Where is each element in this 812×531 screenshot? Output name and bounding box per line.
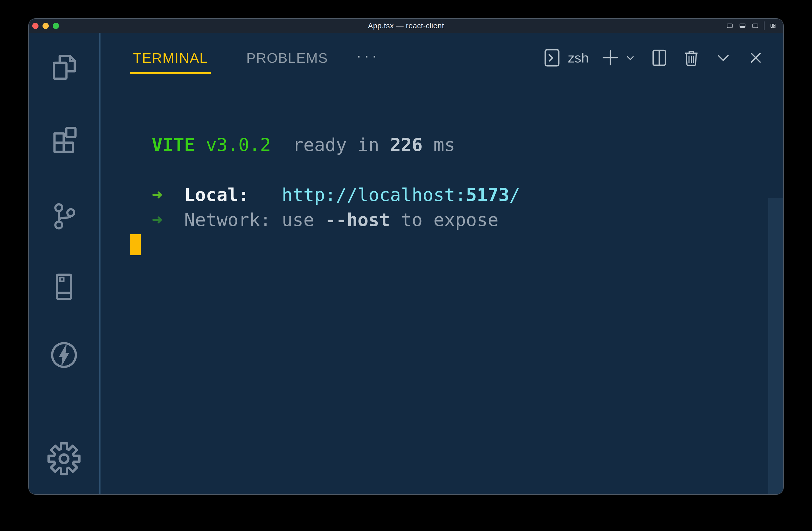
close-panel-button[interactable] — [745, 47, 766, 68]
activity-bar — [29, 33, 99, 494]
toggle-left-sidebar-icon[interactable] — [725, 22, 734, 29]
terminal-line — [130, 157, 783, 182]
split-terminal-button[interactable] — [649, 47, 670, 68]
terminal-icon — [541, 47, 563, 69]
sidebar-item-remote-explorer[interactable] — [49, 272, 79, 302]
kill-terminal-button[interactable] — [681, 48, 701, 68]
maximize-panel-chevron-icon — [713, 47, 734, 68]
window-body: TERMINAL PROBLEMS ··· zsh — [29, 33, 783, 494]
terminal-output[interactable]: VITE v3.0.2 ready in 226 ms ➜ Local: htt… — [101, 83, 783, 494]
tab-terminal-label: TERMINAL — [133, 50, 208, 66]
toggle-panel-icon[interactable] — [738, 22, 747, 29]
vscode-window: App.tsx — react-client — [29, 19, 783, 494]
sidebar-item-settings[interactable] — [46, 441, 82, 476]
more-actions-icon[interactable]: ··· — [356, 47, 379, 68]
sidebar-item-extensions[interactable] — [48, 123, 80, 155]
launch-profile-button[interactable] — [623, 51, 637, 65]
kill-terminal-icon — [681, 48, 701, 68]
split-terminal-icon — [649, 47, 670, 68]
maximize-panel-button[interactable] — [713, 47, 734, 68]
toggle-right-sidebar-icon[interactable] — [751, 22, 759, 29]
remote-explorer-icon — [49, 272, 79, 302]
titlebar-divider — [764, 21, 765, 30]
terminal-toolbar: zsh — [541, 47, 766, 69]
terminal-line: VITE v3.0.2 ready in 226 ms — [130, 132, 783, 157]
terminal-scrollbar[interactable] — [768, 198, 783, 494]
terminal-line — [130, 232, 783, 257]
launch-profile-chevron-icon — [623, 51, 637, 65]
source-control-icon — [49, 201, 79, 230]
sidebar-item-zap[interactable] — [48, 339, 80, 371]
terminal-line: ➜ Network: use --host to expose — [130, 207, 783, 232]
tab-problems-label: PROBLEMS — [246, 50, 328, 66]
sidebar-item-source-control[interactable] — [49, 201, 79, 230]
panel-header: TERMINAL PROBLEMS ··· zsh — [101, 33, 783, 83]
sidebar-item-explorer[interactable] — [49, 54, 79, 83]
new-terminal-button[interactable] — [600, 48, 620, 68]
window-title: App.tsx — react-client — [29, 21, 783, 30]
titlebar: App.tsx — react-client — [29, 19, 783, 33]
tab-problems[interactable]: PROBLEMS — [243, 37, 331, 79]
customize-layout-icon[interactable] — [769, 22, 777, 29]
extensions-icon — [48, 123, 80, 155]
close-icon — [745, 47, 766, 68]
terminal-line: ➜ Local: http://localhost:5173/ — [130, 182, 783, 207]
new-terminal-icon — [600, 48, 620, 68]
settings-gear-icon — [46, 441, 82, 476]
terminal-shell-button[interactable] — [541, 47, 563, 69]
terminal-panel: TERMINAL PROBLEMS ··· zsh — [101, 33, 783, 494]
layout-controls — [725, 19, 777, 33]
panel-tabs: TERMINAL PROBLEMS — [130, 37, 331, 79]
terminal-line — [130, 107, 783, 132]
shell-label: zsh — [568, 50, 589, 66]
files-icon — [49, 54, 79, 83]
zap-icon — [48, 339, 80, 371]
tab-terminal[interactable]: TERMINAL — [130, 37, 211, 79]
